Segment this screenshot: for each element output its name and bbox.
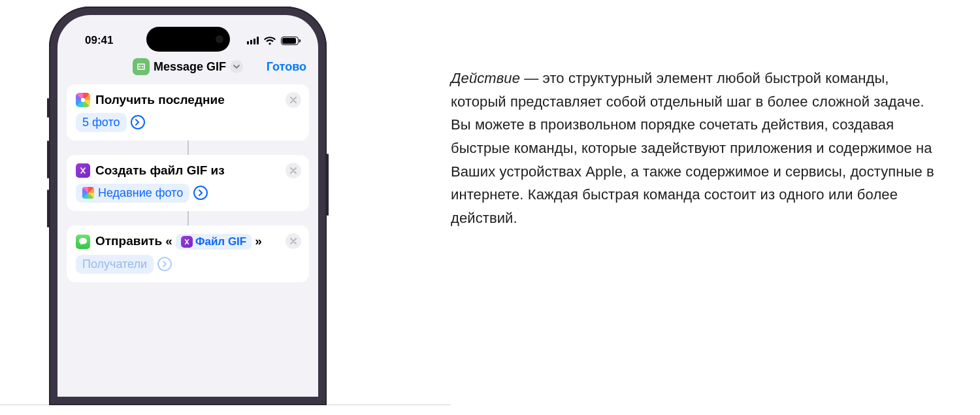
- close-icon[interactable]: [286, 92, 301, 108]
- status-time: 09:41: [85, 34, 113, 47]
- variable-token[interactable]: Файл GIF: [176, 234, 252, 250]
- illustration-column: 09:41 Message GIF: [0, 0, 451, 405]
- iphone-frame: 09:41 Message GIF: [49, 7, 327, 405]
- phone-side-button: [47, 190, 49, 227]
- chevron-down-icon: [230, 60, 243, 73]
- param-label: Недавние фото: [98, 186, 183, 200]
- close-icon[interactable]: [286, 233, 301, 249]
- close-icon[interactable]: [286, 163, 301, 178]
- wifi-icon: [264, 37, 276, 45]
- phone-side-button: [327, 154, 329, 216]
- chevron-right-icon[interactable]: [193, 186, 208, 200]
- action-connector: [188, 141, 189, 155]
- battery-icon: [281, 37, 299, 45]
- done-button[interactable]: Готово: [267, 60, 306, 74]
- gif-icon: [181, 236, 193, 248]
- variable-label: Файл GIF: [195, 235, 246, 248]
- shortcut-app-icon: [133, 58, 150, 75]
- status-right: [247, 37, 299, 45]
- shortcut-title[interactable]: Message GIF: [133, 58, 243, 75]
- nav-bar: Message GIF Готово: [57, 52, 318, 84]
- cellular-icon: [247, 37, 259, 44]
- action-title-suffix: »: [255, 234, 262, 249]
- action-card[interactable]: Отправить « Файл GIF » Получатели: [67, 225, 309, 282]
- action-connector: [188, 211, 189, 225]
- action-card[interactable]: Создать файл GIF из Недавние фото: [67, 155, 309, 211]
- gif-icon: [76, 163, 90, 178]
- svg-point-0: [139, 66, 140, 67]
- chevron-right-icon[interactable]: [131, 115, 145, 129]
- messages-icon: [76, 235, 90, 249]
- action-title: Получить последние: [95, 93, 225, 108]
- chevron-right-icon[interactable]: [157, 257, 172, 271]
- phone-side-button: [47, 98, 49, 118]
- param-pill[interactable]: 5 фото: [76, 113, 127, 132]
- article-paragraph: Действие — это структурный элемент любой…: [451, 67, 934, 229]
- shortcut-title-label: Message GIF: [154, 60, 226, 74]
- dynamic-island: [146, 27, 230, 52]
- article-term: Действие: [451, 70, 520, 86]
- param-pill[interactable]: Недавние фото: [76, 184, 189, 203]
- article-column: Действие — это структурный элемент любой…: [451, 0, 980, 229]
- photos-icon: [76, 93, 90, 107]
- article-body: — это структурный элемент любой быстрой …: [451, 70, 934, 226]
- photos-icon: [82, 187, 94, 199]
- param-pill[interactable]: Получатели: [76, 255, 154, 274]
- action-title: Создать файл GIF из: [95, 163, 225, 178]
- phone-screen: 09:41 Message GIF: [57, 15, 318, 397]
- phone-side-button: [47, 141, 49, 178]
- actions-list: Получить последние 5 фото: [57, 84, 318, 282]
- action-title-prefix: Отправить «: [95, 234, 172, 249]
- svg-point-1: [142, 66, 143, 67]
- camera-dot: [216, 35, 223, 43]
- action-card[interactable]: Получить последние 5 фото: [67, 84, 309, 141]
